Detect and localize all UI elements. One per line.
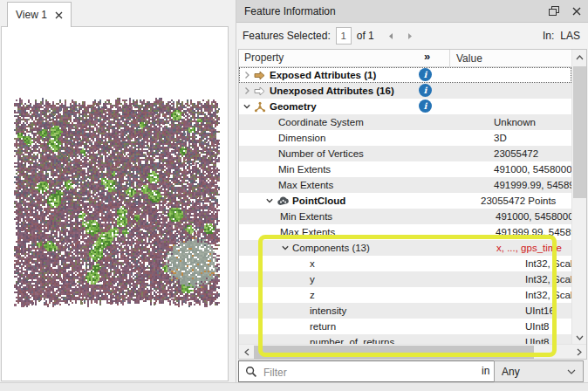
format-label: LAS	[560, 30, 580, 42]
property-label: PointCloud	[292, 196, 345, 206]
property-cell: x	[239, 256, 520, 271]
property-cell: Min Extents	[239, 209, 490, 224]
features-selected-label: Features Selected:	[243, 30, 331, 42]
table-row[interactable]: Coordinate SystemUnknown	[239, 114, 571, 130]
property-value: Int32, Scale: 0.01	[520, 287, 571, 303]
property-cell: Min Extents	[239, 161, 489, 177]
property-value: 3D	[489, 130, 571, 146]
property-value: Int32, Scale: 0.01	[520, 256, 571, 271]
scope-select-value: Any	[502, 366, 520, 378]
table-row[interactable]: PointCloud23055472 Points	[239, 193, 571, 209]
value-column-header: Value	[449, 50, 482, 66]
table-row[interactable]: Max Extents491999.99, 5458999.99, 4	[239, 177, 571, 193]
property-value: x, ..., gps_time	[491, 240, 571, 256]
feature-information-panel: Feature Information Features Selected: 1…	[236, 0, 588, 382]
property-label: Unexposed Attributes (16)	[270, 86, 394, 96]
property-cell: Components (13)	[239, 240, 491, 256]
property-value: Unknown	[489, 114, 571, 130]
close-panel-icon[interactable]	[572, 7, 581, 16]
tab-close-icon[interactable]	[55, 11, 63, 19]
property-cell: Max Extents	[239, 177, 489, 193]
table-row[interactable]: Geometryi	[239, 99, 571, 114]
scroll-right-icon[interactable]	[571, 345, 586, 360]
geometry-icon	[254, 101, 270, 113]
property-label: Max Extents	[278, 180, 333, 190]
panel-title: Feature Information	[244, 5, 336, 17]
pointcloud-icon	[277, 196, 292, 206]
chevron-collapsed-icon[interactable]	[243, 71, 254, 79]
table-row[interactable]: Components (13)x, ..., gps_time	[239, 240, 571, 256]
property-cell: Geometryi	[239, 99, 453, 114]
property-label: Components (13)	[292, 243, 370, 253]
chevron-expanded-icon[interactable]	[281, 244, 292, 252]
of-total-label: of 1	[357, 30, 374, 42]
table-row[interactable]: zInt32, Scale: 0.01	[239, 287, 571, 303]
selection-toolbar: Features Selected: 1 of 1 In: LAS	[236, 23, 588, 49]
property-cell: Dimension	[239, 130, 489, 146]
property-label: return	[310, 321, 336, 332]
vertical-scroll-thumb[interactable]	[573, 66, 586, 198]
view-pane: View 1	[0, 0, 230, 382]
property-value: Int32, Scale: 0.01	[520, 271, 571, 287]
next-feature-icon[interactable]	[407, 32, 414, 40]
view-content[interactable]	[1, 26, 229, 381]
property-label: x	[310, 258, 315, 269]
property-value	[453, 99, 571, 114]
expand-columns-button[interactable]: »	[424, 50, 430, 63]
property-value: 491999.99, 5458999.99, 4	[490, 224, 571, 240]
table-row[interactable]: Min Extents491000, 5458000, -13.24	[239, 161, 571, 177]
horizontal-scroll-thumb[interactable]	[254, 346, 534, 359]
property-value: 491000, 5458000, -13.24	[489, 161, 571, 177]
info-icon[interactable]: i	[419, 68, 432, 81]
pointcloud-render[interactable]	[12, 96, 220, 307]
feature-index-box[interactable]: 1	[336, 27, 352, 45]
property-value	[453, 67, 571, 83]
horizontal-scrollbar[interactable]	[239, 344, 586, 359]
property-column-header: Property	[244, 51, 284, 64]
property-label: y	[310, 274, 315, 285]
table-header: Property » Value	[239, 50, 571, 67]
property-cell: Max Extents	[239, 224, 490, 240]
table-row[interactable]: returnUInt8	[239, 319, 571, 334]
scroll-up-icon[interactable]	[572, 50, 587, 65]
property-rows: Exposed Attributes (1)iUnexposed Attribu…	[239, 67, 571, 345]
property-value: 23055472	[489, 146, 571, 161]
tab-view-1[interactable]: View 1	[7, 2, 72, 27]
property-label: intensity	[310, 305, 346, 316]
scope-select[interactable]: Any	[494, 360, 584, 382]
table-row[interactable]: Number of Vertices23055472	[239, 146, 571, 161]
property-value: UInt8	[520, 319, 571, 334]
info-icon[interactable]: i	[419, 99, 432, 113]
panel-titlebar: Feature Information	[236, 0, 588, 23]
scroll-left-icon[interactable]	[239, 345, 254, 360]
table-row[interactable]: Exposed Attributes (1)i	[239, 67, 571, 83]
filter-input[interactable]	[262, 362, 501, 382]
table-row[interactable]: yInt32, Scale: 0.01	[239, 271, 571, 287]
float-panel-icon[interactable]	[549, 6, 559, 16]
chevron-down-icon	[567, 369, 576, 374]
property-cell: z	[239, 287, 520, 303]
chevron-collapsed-icon[interactable]	[243, 86, 254, 95]
info-icon[interactable]: i	[419, 84, 432, 97]
property-cell: Coordinate System	[239, 114, 489, 130]
chevron-expanded-icon[interactable]	[243, 102, 254, 111]
property-label: Exposed Attributes (1)	[270, 70, 376, 80]
property-label: Coordinate System	[278, 117, 364, 127]
previous-feature-icon[interactable]	[387, 32, 394, 40]
scroll-down-icon[interactable]	[572, 330, 587, 345]
table-row[interactable]: xInt32, Scale: 0.01	[239, 256, 571, 271]
chevron-expanded-icon[interactable]	[265, 196, 277, 205]
table-row[interactable]: Max Extents491999.99, 5458999.99, 4	[239, 224, 571, 240]
table-row[interactable]: Dimension3D	[239, 130, 571, 146]
vertical-scrollbar[interactable]	[571, 50, 586, 345]
table-row[interactable]: Unexposed Attributes (16)i	[239, 83, 571, 99]
property-cell: PointCloud	[239, 193, 475, 209]
property-cell: Number of Vertices	[239, 146, 489, 161]
property-label: Min Extents	[278, 164, 331, 175]
table-row[interactable]: intensityUInt16	[239, 303, 571, 319]
property-label: z	[310, 290, 315, 300]
property-label: Min Extents	[280, 211, 332, 222]
table-row[interactable]: Min Extents491000, 5458000, -13.24	[239, 209, 571, 224]
property-cell: intensity	[239, 303, 520, 319]
property-cell: return	[239, 319, 520, 334]
